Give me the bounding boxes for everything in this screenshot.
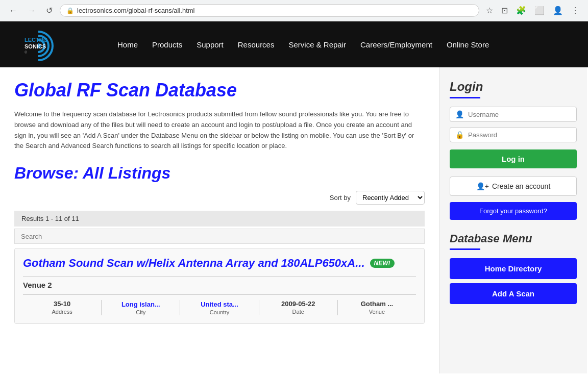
listing-venue: Venue 2	[23, 281, 416, 289]
listing-title-link[interactable]: Gotham Sound Scan w/Helix Antenna Array …	[23, 257, 365, 270]
lock-icon: 🔒	[66, 7, 74, 14]
page-title: Global RF Scan Database	[14, 80, 425, 101]
extensions-icon[interactable]: ⊡	[499, 5, 510, 16]
meta-city: Long islan... City	[102, 300, 180, 315]
login-section-title: Login	[450, 80, 577, 94]
home-directory-button[interactable]: Home Directory	[450, 258, 577, 279]
forward-button[interactable]: →	[24, 5, 39, 16]
username-input[interactable]	[468, 111, 571, 118]
search-input[interactable]	[21, 233, 418, 240]
meta-address-value: 35-10	[23, 300, 101, 308]
refresh-button[interactable]: ↺	[43, 5, 56, 16]
svg-text:®: ®	[24, 51, 28, 54]
meta-address-label: Address	[23, 309, 101, 315]
user-icon: 👤	[455, 110, 464, 118]
nav-careers[interactable]: Careers/Employment	[360, 40, 432, 49]
login-button[interactable]: Log in	[450, 149, 577, 168]
username-row: 👤	[450, 107, 577, 122]
meta-country: United sta... Country	[180, 300, 259, 315]
db-menu-title: Database Menu	[450, 232, 577, 245]
back-button[interactable]: ←	[6, 5, 20, 16]
meta-venue: Gotham ... Venue	[338, 300, 416, 315]
listing-title: Gotham Sound Scan w/Helix Antenna Array …	[23, 257, 416, 270]
password-row: 🔒	[450, 127, 577, 142]
create-account-button[interactable]: 👤+ Create an account	[450, 177, 577, 196]
login-divider	[450, 97, 480, 98]
meta-venue-label: Venue	[338, 309, 416, 315]
svg-text:LECTRO: LECTRO	[24, 37, 48, 43]
intro-text: Welcome to the frequency scan database f…	[14, 109, 425, 152]
results-info: Results 1 - 11 of 11	[14, 211, 425, 227]
logo-area: LECTRO SONICS ®	[10, 27, 97, 62]
nav-online-store[interactable]: Online Store	[447, 40, 489, 49]
browser-actions: ☆ ⊡ 🧩 ⬜ 👤 ⋮	[483, 5, 582, 16]
bookmark-icon[interactable]: ☆	[483, 5, 496, 16]
create-account-icon: 👤+	[476, 182, 489, 190]
nav-products[interactable]: Products	[152, 40, 182, 49]
meta-address: 35-10 Address	[23, 300, 102, 315]
search-bar-container	[14, 229, 425, 244]
nav-home[interactable]: Home	[117, 40, 138, 49]
add-scan-button[interactable]: Add A Scan	[450, 283, 577, 304]
meta-city-label: City	[102, 309, 180, 315]
meta-country-label: Country	[180, 309, 258, 315]
login-form: 👤 🔒	[450, 107, 577, 142]
svg-text:SONICS: SONICS	[24, 43, 46, 49]
sort-label: Sort by	[330, 194, 351, 202]
meta-date: 2009-05-22 Date	[259, 300, 338, 315]
main-layout: Global RF Scan Database Welcome to the f…	[0, 67, 588, 373]
window-icon[interactable]: ⬜	[532, 5, 547, 16]
sort-select[interactable]: Recently Added Oldest First Most Downloa…	[356, 191, 425, 205]
listing-divider	[23, 276, 416, 277]
meta-date-value: 2009-05-22	[259, 300, 337, 308]
nav-support[interactable]: Support	[197, 40, 224, 49]
nav-resources[interactable]: Resources	[238, 40, 275, 49]
meta-date-label: Date	[259, 309, 337, 315]
puzzle-icon[interactable]: 🧩	[513, 5, 529, 16]
account-icon[interactable]: 👤	[550, 5, 566, 16]
new-badge: NEW!	[370, 259, 395, 268]
password-input[interactable]	[468, 131, 571, 139]
listing-meta: 35-10 Address Long islan... City United …	[23, 294, 416, 315]
menu-icon[interactable]: ⋮	[569, 5, 582, 16]
meta-city-value[interactable]: Long islan...	[121, 300, 160, 308]
create-account-label: Create an account	[492, 182, 550, 190]
browse-title: Browse: All Listings	[14, 164, 425, 183]
listing-card: Gotham Sound Scan w/Helix Antenna Array …	[14, 248, 425, 324]
lock-field-icon: 🔒	[455, 131, 464, 139]
meta-venue-value: Gotham ...	[338, 300, 416, 308]
sort-bar: Sort by Recently Added Oldest First Most…	[14, 191, 425, 205]
forgot-password-button[interactable]: Forgot your password?	[450, 202, 577, 220]
content-area: Global RF Scan Database Welcome to the f…	[0, 67, 439, 373]
nav-links: Home Products Support Resources Service …	[117, 40, 578, 49]
meta-country-value[interactable]: United sta...	[201, 300, 238, 308]
sidebar: Login 👤 🔒 Log in 👤+ Create an account Fo…	[439, 67, 587, 373]
db-menu-divider	[450, 248, 480, 250]
address-bar[interactable]: 🔒 lectrosonics.com/global-rf-scans/all.h…	[60, 4, 479, 17]
url-text: lectrosonics.com/global-rf-scans/all.htm…	[77, 7, 473, 14]
logo-svg: LECTRO SONICS ®	[10, 27, 97, 62]
site-nav: LECTRO SONICS ® Home Products Support Re…	[0, 21, 588, 67]
nav-service-repair[interactable]: Service & Repair	[288, 40, 346, 49]
browser-chrome: ← → ↺ 🔒 lectrosonics.com/global-rf-scans…	[0, 0, 588, 21]
